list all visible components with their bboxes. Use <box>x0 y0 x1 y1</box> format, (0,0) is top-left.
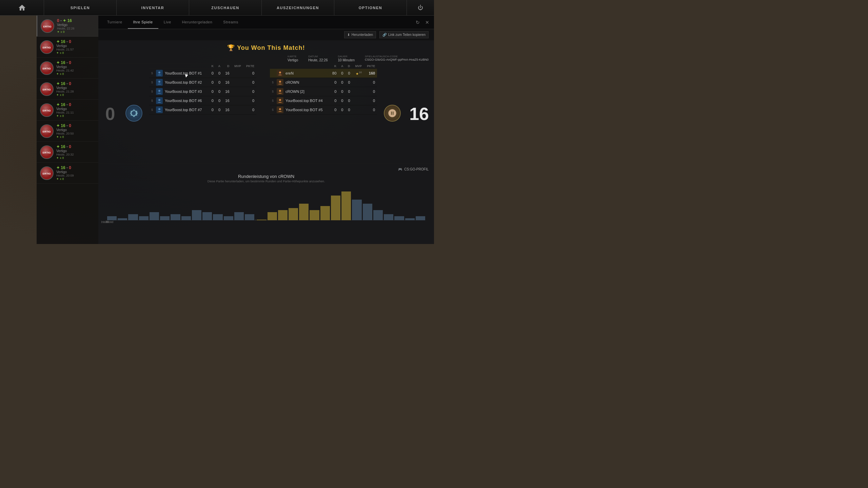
sidebar-map-1: Vertigo <box>56 44 95 48</box>
csgo-profile-button[interactable]: 🎮 CS:GO-PROFIL <box>398 167 429 171</box>
t-k-0: 80 <box>330 69 338 78</box>
sidebar-item-5[interactable]: VERTIGO ✦ 16 - 0 Vertigo Heute, 20:50 ✦ … <box>37 121 98 142</box>
bar-2 <box>128 214 138 220</box>
copy-link-label: Link zum Teilen kopieren <box>388 33 426 37</box>
t-pts-0: 160 <box>364 69 377 78</box>
sidebar-info-5: ✦ 16 - 0 Vertigo Heute, 20:50 ✦ x 8 <box>56 123 95 139</box>
sidebar-time-6: Heute, 20:32 <box>56 153 95 156</box>
ct-pts-4: 0 <box>243 105 256 115</box>
download-button[interactable]: ⬇ Herunterladen <box>344 31 376 38</box>
bar-21 <box>331 196 340 220</box>
ct-k-1: 0 <box>209 78 216 87</box>
t-k-2: 0 <box>330 87 338 96</box>
bar-6 <box>171 214 180 220</box>
sidebar-info-7: ✦ 16 - 0 Vertigo Heute, 20:09 ✦ x 8 <box>56 165 95 181</box>
svg-point-6 <box>43 86 50 93</box>
tab-heruntergeladen[interactable]: Heruntergeladen <box>177 16 218 29</box>
ct-a-0: 0 <box>216 69 222 78</box>
t-avatar-4 <box>277 106 283 113</box>
csgo-profile-label: CS:GO-PROFIL <box>404 167 429 171</box>
svg-point-0 <box>44 23 51 29</box>
t-a-4: 0 <box>338 105 345 115</box>
bar-25 <box>373 210 383 220</box>
top-navigation: SPIELEN INVENTAR ZUSCHAUEN AUSZEICHNUNGE… <box>0 0 434 16</box>
t-player-row-4: $ YourBoost.top BOT #5 0 0 0 0 <box>270 105 377 115</box>
sidebar-item-1[interactable]: VERTIGO ✦ 16 - 0 Vertigo Heute, 21:57 ✦ … <box>37 37 98 58</box>
ct-player-cell-2: $ YourBoost.top BOT #3 <box>149 87 209 96</box>
copy-link-button[interactable]: 🔗 Link zum Teilen kopieren <box>379 31 429 38</box>
sidebar-time-1: Heute, 21:57 <box>56 48 95 51</box>
link-icon: 🔗 <box>382 33 387 37</box>
sidebar-avatar-4: VERTIGO <box>40 103 54 117</box>
svg-point-25 <box>158 108 160 110</box>
ct-mvp-2 <box>232 87 243 96</box>
t-player-cell-2: $ cROWN [2] <box>270 87 330 96</box>
duration-label: Dauer <box>338 55 347 58</box>
nav-auszeichnungen[interactable]: AUSZEICHNUNGEN <box>262 0 334 15</box>
tab-ihre-spiele[interactable]: Ihre Spiele <box>128 16 158 29</box>
sidebar-item-0[interactable]: VERTIGO 0 - ✦ 16 Vertigo Heute, 22:26 ✦ … <box>37 16 98 37</box>
close-button[interactable]: ✕ <box>424 18 431 26</box>
svg-point-4 <box>43 65 50 72</box>
t-avatar-0 <box>277 70 283 77</box>
sidebar-time-4: Heute, 21:11 <box>56 111 95 114</box>
t-name-3: YourBoost.top BOT #4 <box>285 99 322 103</box>
svg-point-12 <box>43 149 50 156</box>
bottom-section: 🎮 CS:GO-PROFIL Rundenleistung von cROWN … <box>98 164 434 230</box>
t-name-2: cROWN [2] <box>285 89 304 94</box>
t-d-1: 0 <box>345 78 352 87</box>
map-value: Vertigo <box>288 58 298 62</box>
sidebar-avatar-2: VERTIGO <box>40 61 54 75</box>
round-performance-title: Rundenleistung von cROWN <box>104 174 429 179</box>
svg-text:VERTIGO: VERTIGO <box>43 25 52 28</box>
svg-text:VERTIGO: VERTIGO <box>43 88 51 91</box>
col-d-t: D <box>345 64 352 69</box>
date-info: Datum Heute, 22:26 <box>308 55 328 62</box>
bar-10 <box>213 214 222 220</box>
bar-5 <box>160 216 170 220</box>
svg-point-14 <box>43 170 50 177</box>
sidebar-item-7[interactable]: VERTIGO ✦ 16 - 0 Vertigo Heute, 20:09 ✦ … <box>37 163 98 184</box>
sidebar-avatar-3: VERTIGO <box>40 82 54 96</box>
ct-a-1: 0 <box>216 78 222 87</box>
t-mvp-4 <box>352 105 364 115</box>
bar-26 <box>384 214 393 220</box>
date-value: Heute, 22:26 <box>308 58 328 62</box>
sidebar-item-2[interactable]: VERTIGO ✦ 16 - 0 Vertigo Heute, 21:42 ✦ … <box>37 58 98 79</box>
svg-point-8 <box>43 107 50 114</box>
svg-point-19 <box>158 81 160 83</box>
col-pts: PKTE <box>243 64 256 69</box>
ct-avatar-3 <box>156 97 163 104</box>
sidebar-item-4[interactable]: VERTIGO ✦ 16 - 0 Vertigo Heute, 21:11 ✦ … <box>37 100 98 121</box>
svg-point-10 <box>43 128 50 135</box>
nav-inventar[interactable]: INVENTAR <box>117 0 189 15</box>
csgo-icon: 🎮 <box>398 167 402 171</box>
sidebar-item-3[interactable]: VERTIGO ✦ 16 - 0 Vertigo Heute, 21:28 ✦ … <box>37 79 98 100</box>
ct-rank-1: $ <box>151 81 154 84</box>
ct-k-3: 0 <box>209 96 216 105</box>
tab-bar: Turniere Ihre Spiele Live Heruntergelade… <box>98 16 434 29</box>
t-player-row-2: $ cROWN [2] 0 0 0 0 <box>270 87 377 96</box>
nav-zuschauen[interactable]: ZUSCHAUEN <box>189 0 262 15</box>
tab-streams[interactable]: Streams <box>218 16 243 29</box>
t-player-row-3: $ YourBoost.top BOT #4 0 0 0 0 <box>270 96 377 105</box>
ct-pts-2: 0 <box>243 87 256 96</box>
sidebar-score-7: ✦ 16 - 0 <box>56 165 95 170</box>
sidebar-item-6[interactable]: VERTIGO ✦ 16 - 0 Vertigo Heute, 20:32 ✦ … <box>37 142 98 163</box>
round-performance-subtitle: Diese Partie herunterladen, um bestimmte… <box>104 180 429 183</box>
date-label: Datum <box>308 55 318 58</box>
t-player-cell-3: $ YourBoost.top BOT #4 <box>270 96 330 105</box>
t-icon <box>384 105 401 122</box>
ct-name-2: YourBoost.top BOT #3 <box>165 89 202 94</box>
home-button[interactable] <box>0 0 44 15</box>
tab-turniere[interactable]: Turniere <box>102 16 128 29</box>
tab-live[interactable]: Live <box>158 16 177 29</box>
refresh-button[interactable]: ↻ <box>414 18 421 26</box>
sidebar-map-3: Vertigo <box>56 86 95 90</box>
sidebar-stars-6: ✦ x 8 <box>56 156 95 160</box>
win-banner: You Won This Match! <box>98 41 434 54</box>
svg-point-17 <box>158 72 160 74</box>
nav-optionen[interactable]: OPTIONEN <box>334 0 407 15</box>
power-button[interactable]: ⏻ <box>407 0 434 15</box>
nav-spielen[interactable]: SPIELEN <box>44 0 117 15</box>
